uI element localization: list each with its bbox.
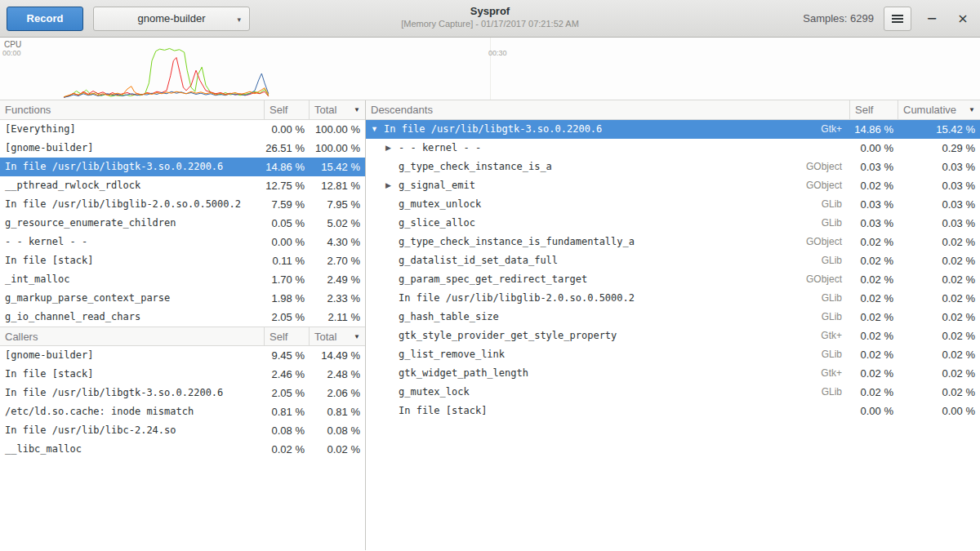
cumulative-cell: 0.03 %	[898, 214, 980, 233]
table-row[interactable]: gtk_widget_path_lengthGtk+0.02 %0.02 %	[366, 364, 980, 383]
expander-open-icon[interactable]: ▼	[371, 120, 384, 139]
total-cell: 14.49 %	[310, 346, 365, 365]
descendant-name-cell: gtk_widget_path_length	[366, 364, 801, 383]
table-row[interactable]: In file /usr/lib/libgtk-3.so.0.2200.62.0…	[0, 384, 365, 402]
functions-header-row: Functions Self Total ▼	[0, 100, 365, 120]
self-column-header[interactable]: Self	[850, 100, 898, 119]
total-cell: 2.33 %	[310, 289, 365, 308]
table-row[interactable]: g_type_check_instance_is_fundamentally_a…	[366, 233, 980, 251]
self-cell: 0.02 %	[850, 364, 898, 383]
function-name-cell: g_resource_enumerate_children	[0, 214, 265, 233]
total-cell: 5.02 %	[310, 214, 365, 233]
function-name: g_signal_emit	[399, 176, 475, 195]
descendant-name-cell: g_slice_alloc	[366, 214, 801, 233]
callers-column-header[interactable]: Callers	[0, 327, 265, 345]
function-name-cell: __pthread_rwlock_rdlock	[0, 176, 265, 195]
table-row[interactable]: g_resource_enumerate_children0.05 %5.02 …	[0, 214, 365, 233]
self-column-header[interactable]: Self	[265, 327, 310, 345]
close-button[interactable]: ×	[952, 8, 973, 29]
table-row[interactable]: In file /usr/lib/libglib-2.0.so.0.5000.2…	[0, 195, 365, 214]
table-row[interactable]: [gnome-builder]9.45 %14.49 %	[0, 346, 365, 365]
table-row[interactable]: In file /usr/lib/libc-2.24.so0.08 %0.08 …	[0, 421, 365, 440]
table-row[interactable]: g_mutex_unlockGLib0.03 %0.03 %	[366, 195, 980, 214]
cumulative-cell: 0.03 %	[898, 176, 980, 195]
function-name-cell: In file [stack]	[0, 365, 265, 384]
function-name-cell: In file [stack]	[0, 251, 265, 270]
hamburger-icon	[892, 15, 903, 23]
table-row[interactable]: In file [stack]0.11 %2.70 %	[0, 251, 365, 270]
time-label-start: 00:00	[2, 49, 21, 57]
table-row[interactable]: g_datalist_id_set_data_fullGLib0.02 %0.0…	[366, 251, 980, 270]
descendant-name-cell: ▶g_signal_emit	[366, 176, 801, 195]
table-row[interactable]: gtk_style_provider_get_style_propertyGtk…	[366, 327, 980, 345]
cumulative-cell: 15.42 %	[898, 120, 980, 139]
function-name-cell: g_io_channel_read_chars	[0, 308, 265, 327]
self-cell: 0.00 %	[265, 120, 310, 139]
cumulative-cell: 0.02 %	[898, 270, 980, 289]
cumulative-column-header[interactable]: Cumulative ▼	[898, 100, 980, 119]
table-row[interactable]: In file /usr/lib/libglib-2.0.so.0.5000.2…	[366, 289, 980, 308]
table-row[interactable]: In file /usr/lib/libgtk-3.so.0.2200.614.…	[0, 158, 365, 176]
function-name-cell: [gnome-builder]	[0, 139, 265, 158]
table-row[interactable]: ▼In file /usr/lib/libgtk-3.so.0.2200.6Gt…	[366, 120, 980, 139]
self-cell: 0.02 %	[850, 308, 898, 327]
total-cell: 4.30 %	[310, 233, 365, 251]
expander-closed-icon[interactable]: ▶	[385, 176, 399, 195]
table-row[interactable]: - - kernel - -0.00 %4.30 %	[0, 233, 365, 251]
descendants-column-header[interactable]: Descendants	[366, 100, 850, 119]
category-label: GObject	[801, 270, 850, 289]
self-column-header[interactable]: Self	[265, 100, 310, 119]
record-button[interactable]: Record	[7, 7, 83, 31]
table-row[interactable]: In file [stack]2.46 %2.48 %	[0, 365, 365, 384]
category-label: GLib	[801, 251, 850, 270]
category-label: GObject	[801, 158, 850, 176]
table-row[interactable]: g_list_remove_linkGLib0.02 %0.02 %	[366, 345, 980, 364]
total-cell: 100.00 %	[310, 139, 365, 158]
table-row[interactable]: g_hash_table_sizeGLib0.02 %0.02 %	[366, 308, 980, 327]
descendant-name-cell: g_hash_table_size	[366, 308, 801, 327]
function-name: g_type_check_instance_is_a	[399, 158, 552, 176]
sort-indicator-icon: ▼	[354, 100, 360, 119]
table-row[interactable]: g_type_check_instance_is_aGObject0.03 %0…	[366, 158, 980, 176]
process-selector-dropdown[interactable]: gnome-builder ▾	[93, 7, 250, 31]
total-column-header[interactable]: Total ▼	[310, 327, 365, 345]
table-row[interactable]: /etc/ld.so.cache: inode mismatch0.81 %0.…	[0, 402, 365, 421]
table-row[interactable]: g_slice_allocGLib0.03 %0.03 %	[366, 214, 980, 233]
table-row[interactable]: [Everything]0.00 %100.00 %	[0, 120, 365, 139]
expander-closed-icon[interactable]: ▶	[385, 139, 399, 158]
category-label: GLib	[801, 345, 850, 364]
table-row[interactable]: g_param_spec_get_redirect_targetGObject0…	[366, 270, 980, 289]
table-row[interactable]: In file [stack]0.00 %0.00 %	[366, 402, 980, 420]
minimize-button[interactable]: −	[921, 8, 942, 29]
self-cell: 0.02 %	[850, 383, 898, 402]
cumulative-cell: 0.02 %	[898, 364, 980, 383]
function-name: g_type_check_instance_is_fundamentally_a	[399, 233, 635, 251]
descendant-name-cell: g_list_remove_link	[366, 345, 801, 364]
self-cell: 0.08 %	[265, 421, 310, 440]
cumulative-cell: 0.02 %	[898, 327, 980, 345]
table-row[interactable]: g_markup_parse_context_parse1.98 %2.33 %	[0, 289, 365, 308]
self-cell: 0.02 %	[265, 440, 310, 459]
self-cell: 0.02 %	[850, 345, 898, 364]
self-cell: 0.02 %	[850, 233, 898, 251]
table-row[interactable]: ▶- - kernel - -0.00 %0.29 %	[366, 139, 980, 158]
function-name-cell: In file /usr/lib/libgtk-3.so.0.2200.6	[0, 158, 265, 176]
table-row[interactable]: g_mutex_lockGLib0.02 %0.02 %	[366, 383, 980, 402]
table-row[interactable]: [gnome-builder]26.51 %100.00 %	[0, 139, 365, 158]
functions-column-header[interactable]: Functions	[0, 100, 265, 119]
headerbar-right-cluster: Samples: 6299 − ×	[803, 7, 973, 31]
total-cell: 12.81 %	[310, 176, 365, 195]
total-column-header[interactable]: Total ▼	[310, 100, 365, 119]
cpu-graph-canvas	[0, 38, 980, 100]
minimize-icon: −	[926, 12, 937, 25]
category-label: GLib	[801, 289, 850, 308]
table-row[interactable]: __pthread_rwlock_rdlock12.75 %12.81 %	[0, 176, 365, 195]
table-row[interactable]: _int_malloc1.70 %2.49 %	[0, 270, 365, 289]
table-row[interactable]: __libc_malloc0.02 %0.02 %	[0, 440, 365, 459]
table-row[interactable]: g_io_channel_read_chars2.05 %2.11 %	[0, 308, 365, 327]
cpu-graph[interactable]: CPU 00:00 00:30	[0, 38, 980, 100]
category-label: GLib	[801, 214, 850, 233]
menu-button[interactable]	[884, 7, 911, 31]
table-row[interactable]: ▶g_signal_emitGObject0.02 %0.03 %	[366, 176, 980, 195]
self-cell: 26.51 %	[265, 139, 310, 158]
